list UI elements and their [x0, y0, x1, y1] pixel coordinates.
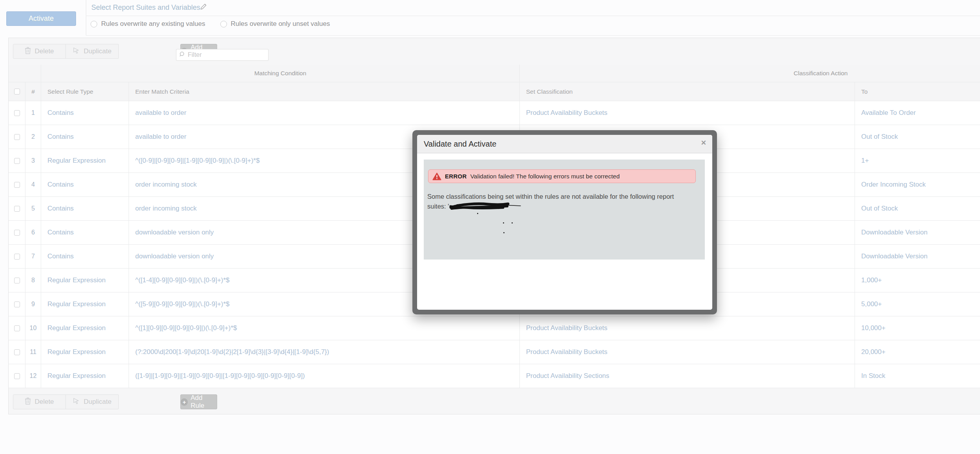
- overwrite-options: Rules overwrite any existing values Rule…: [91, 20, 341, 28]
- search-icon: [180, 51, 185, 59]
- error-label: ERROR: [445, 173, 467, 180]
- rule-type-cell[interactable]: Contains: [41, 125, 129, 149]
- activate-button[interactable]: Activate: [6, 11, 76, 26]
- header-divider: [86, 0, 86, 36]
- row-checkbox[interactable]: [9, 316, 25, 340]
- to-cell[interactable]: Downloadable Version: [855, 245, 980, 268]
- select-all-checkbox[interactable]: [9, 82, 25, 101]
- rule-type-cell[interactable]: Contains: [41, 197, 129, 220]
- row-checkbox[interactable]: [9, 292, 25, 316]
- row-number: 3: [25, 149, 41, 173]
- add-rule-button-bottom[interactable]: + Add Rule: [180, 394, 217, 409]
- redacted-report-suite-scribble: [449, 202, 522, 211]
- duplicate-button[interactable]: Duplicate: [66, 44, 119, 59]
- filter-input[interactable]: [188, 51, 269, 58]
- rule-type-cell[interactable]: Regular Expression: [41, 364, 129, 388]
- delete-button[interactable]: Delete: [13, 44, 66, 59]
- scribble-stray-dot: [477, 213, 478, 214]
- close-icon[interactable]: ✕: [701, 140, 706, 146]
- trash-icon: [25, 47, 31, 56]
- set-classification-cell[interactable]: Product Availability Buckets: [520, 101, 855, 125]
- to-cell[interactable]: Out of Stock: [855, 125, 980, 149]
- row-number: 9: [25, 292, 41, 316]
- set-classification-cell[interactable]: Product Availability Buckets: [520, 316, 855, 340]
- duplicate-button-bottom[interactable]: Duplicate: [66, 394, 119, 409]
- row-number: 6: [25, 221, 41, 244]
- error-message: Validation failed! The following errors …: [470, 173, 620, 180]
- rule-type-cell[interactable]: Regular Expression: [41, 292, 129, 316]
- rule-type-cell[interactable]: Regular Expression: [41, 340, 129, 364]
- to-cell[interactable]: Downloadable Version: [855, 221, 980, 244]
- col-header-set-classification: Set Classification: [520, 82, 855, 101]
- scribble-stray-dot: [503, 222, 504, 223]
- delete-button-label: Delete: [34, 398, 54, 406]
- match-criteria-cell[interactable]: ([1-9]|[1-9][0-9]|[1-9][0-9][0-9]|[1-9][…: [129, 364, 520, 388]
- trash-icon: [25, 397, 31, 407]
- row-checkbox[interactable]: [9, 149, 25, 173]
- to-cell[interactable]: 5,000+: [855, 292, 980, 316]
- match-criteria-cell[interactable]: available to order: [129, 101, 520, 125]
- to-cell[interactable]: 10,000+: [855, 316, 980, 340]
- group-header-classification-action: Classification Action: [520, 65, 980, 82]
- to-cell[interactable]: Out of Stock: [855, 197, 980, 220]
- rule-type-cell[interactable]: Regular Expression: [41, 316, 129, 340]
- row-checkbox[interactable]: [9, 245, 25, 268]
- scribble-stray-dot: [503, 232, 505, 233]
- duplicate-arrow-icon: [73, 47, 80, 56]
- to-cell[interactable]: Available To Order: [855, 101, 980, 125]
- delete-button-label: Delete: [34, 47, 54, 55]
- error-banner: ERROR Validation failed! The following e…: [428, 169, 696, 183]
- header-bottom-line: [86, 35, 980, 36]
- match-criteria-cell[interactable]: (?:2000\d|200[1-9]\d|20[1-9]\d{2}|2[1-9]…: [129, 340, 520, 364]
- radio-overwrite-any[interactable]: [91, 21, 97, 27]
- row-checkbox[interactable]: [9, 197, 25, 220]
- delete-button-bottom[interactable]: Delete: [13, 394, 66, 409]
- rule-type-cell[interactable]: Contains: [41, 101, 129, 125]
- radio-overwrite-unset-label[interactable]: Rules overwrite only unset values: [231, 20, 330, 28]
- rule-type-cell[interactable]: Contains: [41, 245, 129, 268]
- col-header-match-criteria: Enter Match Criteria: [129, 82, 520, 101]
- to-cell[interactable]: 1,000+: [855, 269, 980, 292]
- to-cell[interactable]: 20,000+: [855, 340, 980, 364]
- dialog-titlebar[interactable]: Validate and Activate ✕: [417, 135, 712, 153]
- row-checkbox[interactable]: [9, 101, 25, 125]
- rules-toolbar-bottom: Delete Duplicate + Add Rule: [13, 394, 217, 409]
- plus-icon: +: [181, 398, 188, 406]
- to-cell[interactable]: In Stock: [855, 364, 980, 388]
- group-header-spacer: [9, 65, 41, 82]
- row-checkbox[interactable]: [9, 221, 25, 244]
- edit-pencil-icon[interactable]: [200, 3, 207, 10]
- row-number: 7: [25, 245, 41, 268]
- row-checkbox[interactable]: [9, 364, 25, 388]
- row-checkbox[interactable]: [9, 125, 25, 149]
- row-number: 5: [25, 197, 41, 220]
- radio-overwrite-any-label[interactable]: Rules overwrite any existing values: [101, 20, 205, 28]
- rule-type-cell[interactable]: Contains: [41, 221, 129, 244]
- to-cell[interactable]: Order Incoming Stock: [855, 173, 980, 196]
- rule-type-cell[interactable]: Regular Expression: [41, 269, 129, 292]
- table-group-header-row: Matching Condition Classification Action: [9, 65, 980, 82]
- row-checkbox[interactable]: [9, 269, 25, 292]
- filter-field: [176, 49, 269, 61]
- table-row: 12 Regular Expression ([1-9]|[1-9][0-9]|…: [9, 364, 980, 388]
- dialog-title: Validate and Activate: [424, 140, 496, 149]
- row-checkbox[interactable]: [9, 173, 25, 196]
- rule-type-cell[interactable]: Regular Expression: [41, 149, 129, 173]
- rules-toolbar-top: Delete Duplicate + Add Rule: [13, 44, 217, 59]
- match-criteria-cell[interactable]: ^([1][0-9][0-9][0-9][0-9]|)(\.[0-9]+)*$: [129, 316, 520, 340]
- add-rule-button-label: Add Rule: [191, 394, 217, 410]
- error-details-text: Some classifications being set within th…: [427, 192, 704, 211]
- set-classification-cell[interactable]: Product Availability Buckets: [520, 340, 855, 364]
- report-suites-link[interactable]: Select Report Suites and Variables: [91, 4, 200, 12]
- radio-overwrite-unset[interactable]: [220, 21, 227, 27]
- duplicate-arrow-icon: [73, 398, 80, 406]
- to-cell[interactable]: 1+: [855, 149, 980, 173]
- set-classification-cell[interactable]: Product Availability Sections: [520, 364, 855, 388]
- table-row: 11 Regular Expression (?:2000\d|200[1-9]…: [9, 340, 980, 364]
- row-number: 8: [25, 269, 41, 292]
- row-number: 2: [25, 125, 41, 149]
- rule-type-cell[interactable]: Contains: [41, 173, 129, 196]
- duplicate-button-label: Duplicate: [84, 398, 112, 406]
- row-checkbox[interactable]: [9, 340, 25, 364]
- group-header-matching-condition: Matching Condition: [41, 65, 520, 82]
